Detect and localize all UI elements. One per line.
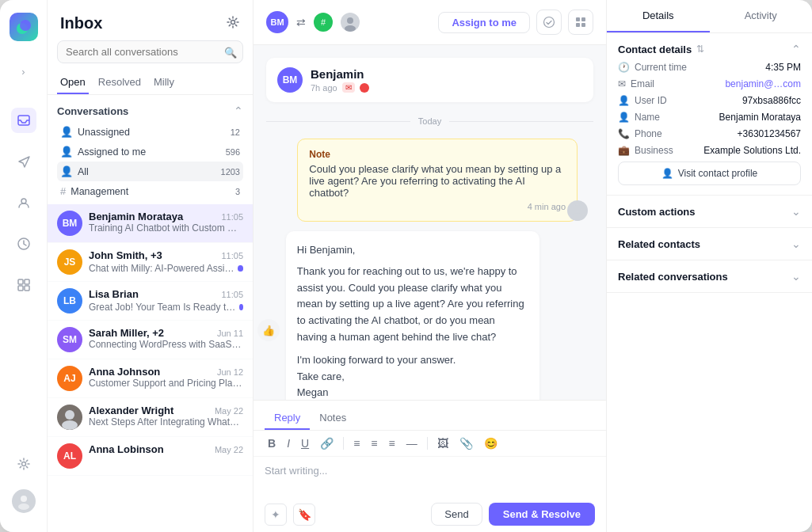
conv-item-sarah[interactable]: SM Sarah Miller, +2 Jun 11 Connecting Wo… [48, 321, 253, 359]
contact-details-title: Contact details [618, 44, 692, 55]
thumbs-icon[interactable]: 👍 [257, 319, 280, 341]
email-icon: ✉ [618, 78, 626, 89]
svg-point-16 [345, 25, 356, 32]
left-navigation: › [0, 0, 48, 532]
related-conversations-section[interactable]: Related conversations ⌄ [607, 260, 812, 293]
svg-rect-5 [18, 279, 23, 284]
conv-item-alexander[interactable]: Alexander Wright May 22 Next Steps After… [48, 398, 253, 437]
tab-milly[interactable]: Milly [151, 71, 177, 94]
visit-contact-button[interactable]: 👤 Visit contact profile [618, 162, 801, 185]
today-divider: Today [266, 116, 593, 126]
tab-details[interactable]: Details [607, 0, 710, 32]
tab-activity[interactable]: Activity [710, 0, 813, 32]
grid-icon[interactable] [568, 10, 593, 35]
conv-item-anna-j[interactable]: AJ Anna Johnson Jun 12 Customer Support … [48, 359, 253, 398]
svg-point-17 [544, 17, 555, 28]
svg-point-22 [574, 205, 581, 212]
user-avatar-nav[interactable] [12, 489, 36, 513]
svg-point-13 [65, 410, 74, 420]
conv-filter-all[interactable]: 👤 All 1203 [57, 162, 243, 181]
status-badge: # [314, 13, 333, 32]
ai-assist-icon[interactable]: ✦ [265, 504, 287, 526]
search-icon: 🔍 [224, 46, 237, 58]
image-button[interactable]: 🖼 [434, 435, 452, 451]
agent-avatar-header [341, 13, 360, 32]
tab-resolved[interactable]: Resolved [95, 71, 144, 94]
nav-inbox[interactable] [11, 108, 36, 133]
align-center-button[interactable]: ≡ [368, 435, 380, 451]
tab-open[interactable]: Open [57, 71, 89, 94]
conv-item-lisa[interactable]: LB Lisa Brian 11:05 Great Job! Your Team… [48, 282, 253, 321]
underline-button[interactable]: U [298, 435, 312, 451]
settings-icon[interactable] [226, 15, 240, 32]
conv-item-benjamin[interactable]: BM Benjamin Morataya 11:05 Training AI C… [48, 204, 253, 243]
svg-rect-21 [581, 23, 585, 27]
transfer-icon[interactable]: ⇄ [296, 16, 306, 28]
detail-row-business: 💼Business Example Solutions Ltd. [618, 145, 801, 156]
toolbar-separator [427, 437, 428, 450]
phone-icon: 📞 [618, 128, 630, 139]
collapse-icon[interactable]: › [13, 60, 35, 82]
list-button[interactable]: — [403, 435, 421, 451]
chevron-down-icon: ⌄ [791, 205, 801, 218]
app-logo [10, 13, 38, 41]
tab-notes[interactable]: Notes [310, 407, 356, 430]
person-icon: 👤 [661, 168, 673, 179]
greeting: Hi Benjamin, [297, 242, 528, 259]
custom-actions-section[interactable]: Custom actions ⌄ [607, 196, 812, 228]
avatar: LB [57, 288, 82, 314]
contact-avatar: BM [266, 11, 288, 33]
right-panel-tabs: Details Activity [607, 0, 812, 33]
svg-point-10 [21, 496, 27, 502]
avatar [57, 405, 82, 430]
priority-badge [360, 83, 369, 93]
userid-icon: 👤 [618, 95, 630, 106]
conv-item-anna-l[interactable]: AL Anna Lobinson May 22 [48, 437, 253, 476]
svg-rect-7 [18, 286, 23, 291]
collapse-conversations-icon[interactable]: ⌃ [234, 104, 243, 117]
email-badge: ✉ [342, 82, 355, 93]
note-text: Could you please clarify what you mean b… [309, 163, 566, 199]
link-button[interactable]: 🔗 [317, 435, 337, 451]
conv-filter-assigned[interactable]: 👤 Assigned to me 596 [57, 142, 243, 162]
tab-reply[interactable]: Reply [265, 407, 310, 430]
send-button[interactable]: Send [431, 503, 482, 526]
emoji-button[interactable]: 😊 [481, 435, 501, 451]
nav-send[interactable] [11, 149, 36, 174]
name-icon: 👤 [618, 112, 630, 123]
check-icon[interactable] [536, 10, 562, 35]
align-right-button[interactable]: ≡ [385, 435, 398, 451]
assign-button[interactable]: Assign to me [438, 12, 530, 33]
bold-button[interactable]: B [265, 435, 279, 451]
svg-rect-20 [576, 23, 580, 27]
nav-contacts[interactable] [11, 190, 36, 215]
send-resolve-button[interactable]: Send & Resolve [489, 503, 595, 526]
note-bubble: Note Could you please clarify what you m… [297, 139, 578, 222]
attach-button[interactable]: 📎 [456, 435, 476, 451]
nav-reports[interactable] [11, 231, 36, 256]
conv-filter-management[interactable]: # Management 3 [57, 181, 243, 201]
unread-badge [239, 304, 243, 310]
nav-settings[interactable] [11, 451, 36, 477]
reply-area: Reply Notes B I U 🔗 ≡ ≡ ≡ — 🖼 📎 😊 Start … [254, 400, 606, 532]
clock-icon: 🕐 [618, 62, 630, 73]
agent-message: Hi Benjamin, Thank you for reaching out … [286, 231, 539, 400]
italic-button[interactable]: I [284, 435, 293, 451]
conv-filter-unassigned[interactable]: 👤 Unassigned 12 [57, 122, 243, 142]
svg-rect-8 [25, 286, 29, 291]
filter-icon[interactable]: ⇅ [696, 44, 704, 55]
conv-item-john[interactable]: JS John Smith, +3 11:05 Chat with Milly:… [48, 243, 253, 282]
search-input[interactable] [57, 40, 243, 63]
reply-input[interactable]: Start writing... [254, 457, 606, 496]
nav-apps[interactable] [11, 272, 36, 298]
related-contacts-section[interactable]: Related contacts ⌄ [607, 228, 812, 260]
svg-rect-6 [25, 279, 29, 284]
bookmark-icon[interactable]: 🔖 [293, 504, 315, 526]
collapse-icon[interactable]: ⌃ [791, 43, 801, 55]
contact-avatar: BM [277, 67, 303, 93]
detail-row-time: 🕐Current time 4:35 PM [618, 62, 801, 73]
detail-row-email: ✉Email benjamin@…com [618, 78, 801, 89]
sidebar-title: Inbox [60, 14, 102, 32]
svg-rect-19 [581, 17, 585, 21]
align-left-button[interactable]: ≡ [350, 435, 363, 451]
